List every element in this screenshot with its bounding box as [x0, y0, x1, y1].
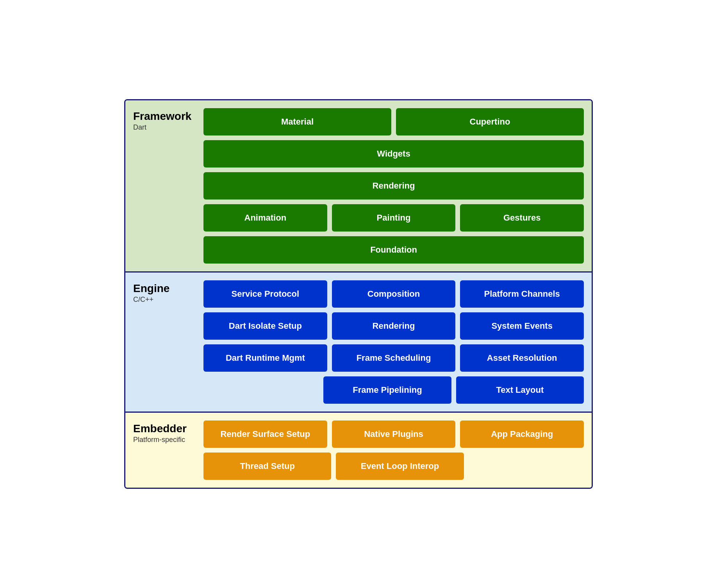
framework-content: Material Cupertino Widgets Rendering Ani… — [203, 108, 584, 264]
app-packaging-button: App Packaging — [460, 421, 584, 448]
frame-scheduling-button: Frame Scheduling — [332, 344, 456, 372]
gestures-button: Gestures — [460, 204, 584, 232]
flutter-architecture-diagram: Framework Dart Material Cupertino Widget… — [124, 99, 593, 489]
engine-label: Engine C/C++ — [133, 280, 196, 304]
thread-setup-button: Thread Setup — [203, 453, 331, 480]
engine-row-3: Dart Runtime Mgmt Frame Scheduling Asset… — [203, 344, 584, 372]
render-surface-setup-button: Render Surface Setup — [203, 421, 327, 448]
embedder-content: Render Surface Setup Native Plugins App … — [203, 421, 584, 480]
foundation-button: Foundation — [203, 236, 584, 264]
widgets-button: Widgets — [203, 140, 584, 167]
rendering-button-fw: Rendering — [203, 172, 584, 200]
asset-resolution-button: Asset Resolution — [460, 344, 584, 372]
embedder-row-2: Thread Setup Event Loop Interop — [203, 453, 584, 480]
engine-subtitle: C/C++ — [133, 296, 196, 304]
system-events-button: System Events — [460, 312, 584, 340]
framework-row-2: Widgets — [203, 140, 584, 167]
framework-row-4: Animation Painting Gestures — [203, 204, 584, 232]
framework-row-1: Material Cupertino — [203, 108, 584, 135]
engine-content: Service Protocol Composition Platform Ch… — [203, 280, 584, 404]
engine-row4-spacer — [203, 376, 319, 404]
native-plugins-button: Native Plugins — [332, 421, 456, 448]
embedder-row2-spacer — [469, 453, 584, 480]
engine-row-2: Dart Isolate Setup Rendering System Even… — [203, 312, 584, 340]
animation-button: Animation — [203, 204, 327, 232]
embedder-title: Embedder — [133, 422, 196, 435]
material-button: Material — [203, 108, 391, 135]
framework-subtitle: Dart — [133, 123, 196, 132]
engine-layer: Engine C/C++ Service Protocol Compositio… — [125, 273, 592, 413]
embedder-layer: Embedder Platform-specific Render Surfac… — [125, 413, 592, 488]
painting-button: Painting — [332, 204, 456, 232]
engine-title: Engine — [133, 282, 196, 295]
cupertino-button: Cupertino — [396, 108, 584, 135]
dart-isolate-setup-button: Dart Isolate Setup — [203, 312, 327, 340]
service-protocol-button: Service Protocol — [203, 280, 327, 308]
engine-row-4: Frame Pipelining Text Layout — [203, 376, 584, 404]
frame-pipelining-button: Frame Pipelining — [323, 376, 451, 404]
framework-row-5: Foundation — [203, 236, 584, 264]
embedder-subtitle: Platform-specific — [133, 436, 196, 444]
dart-runtime-mgmt-button: Dart Runtime Mgmt — [203, 344, 327, 372]
rendering-button-eng: Rendering — [332, 312, 456, 340]
embedder-label: Embedder Platform-specific — [133, 421, 196, 444]
platform-channels-button: Platform Channels — [460, 280, 584, 308]
framework-row-3: Rendering — [203, 172, 584, 200]
framework-layer: Framework Dart Material Cupertino Widget… — [125, 100, 592, 273]
engine-row-1: Service Protocol Composition Platform Ch… — [203, 280, 584, 308]
embedder-row-1: Render Surface Setup Native Plugins App … — [203, 421, 584, 448]
composition-button: Composition — [332, 280, 456, 308]
framework-title: Framework — [133, 110, 196, 123]
text-layout-button: Text Layout — [456, 376, 584, 404]
event-loop-interop-button: Event Loop Interop — [336, 453, 464, 480]
framework-label: Framework Dart — [133, 108, 196, 132]
